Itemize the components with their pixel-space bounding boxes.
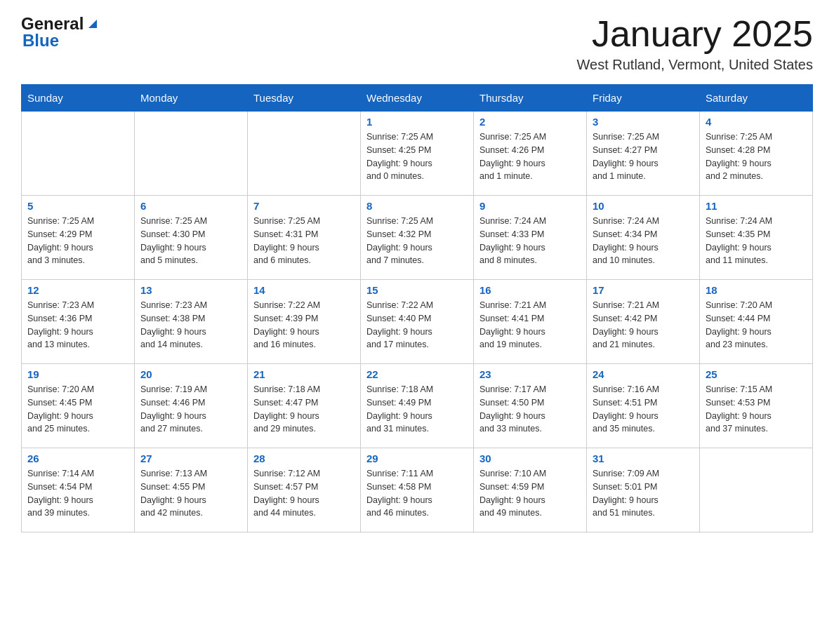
day-number: 3 — [593, 116, 694, 128]
calendar-cell-w4-d4: 22Sunrise: 7:18 AM Sunset: 4:49 PM Dayli… — [361, 364, 474, 448]
calendar-cell-w3-d6: 17Sunrise: 7:21 AM Sunset: 4:42 PM Dayli… — [587, 280, 700, 364]
logo: General Blue — [21, 14, 100, 51]
day-number: 28 — [253, 452, 355, 464]
calendar-cell-w5-d4: 29Sunrise: 7:11 AM Sunset: 4:58 PM Dayli… — [361, 448, 474, 532]
calendar-cell-w1-d1 — [22, 112, 135, 196]
calendar-cell-w2-d2: 6Sunrise: 7:25 AM Sunset: 4:30 PM Daylig… — [135, 196, 248, 280]
calendar-cell-w3-d4: 15Sunrise: 7:22 AM Sunset: 4:40 PM Dayli… — [361, 280, 474, 364]
day-info: Sunrise: 7:10 AM Sunset: 4:59 PM Dayligh… — [479, 467, 581, 520]
day-info: Sunrise: 7:25 AM Sunset: 4:26 PM Dayligh… — [479, 130, 581, 183]
day-number: 9 — [479, 200, 581, 212]
day-number: 21 — [253, 368, 355, 380]
calendar-cell-w5-d3: 28Sunrise: 7:12 AM Sunset: 4:57 PM Dayli… — [248, 448, 361, 532]
day-info: Sunrise: 7:21 AM Sunset: 4:42 PM Dayligh… — [593, 299, 694, 351]
day-info: Sunrise: 7:12 AM Sunset: 4:57 PM Dayligh… — [253, 467, 355, 520]
calendar-week-3: 12Sunrise: 7:23 AM Sunset: 4:36 PM Dayli… — [22, 280, 813, 364]
calendar-cell-w3-d5: 16Sunrise: 7:21 AM Sunset: 4:41 PM Dayli… — [474, 280, 587, 364]
day-info: Sunrise: 7:25 AM Sunset: 4:29 PM Dayligh… — [27, 215, 128, 267]
day-number: 13 — [140, 284, 241, 296]
calendar-subtitle: West Rutland, Vermont, United States — [577, 57, 813, 73]
day-number: 2 — [479, 116, 581, 128]
calendar-cell-w3-d3: 14Sunrise: 7:22 AM Sunset: 4:39 PM Dayli… — [248, 280, 361, 364]
day-number: 17 — [593, 284, 694, 296]
calendar-week-1: 1Sunrise: 7:25 AM Sunset: 4:25 PM Daylig… — [22, 112, 813, 196]
day-number: 30 — [479, 452, 581, 464]
day-number: 11 — [706, 200, 807, 212]
day-info: Sunrise: 7:22 AM Sunset: 4:39 PM Dayligh… — [253, 299, 355, 351]
day-number: 12 — [27, 284, 128, 296]
calendar-cell-w5-d1: 26Sunrise: 7:14 AM Sunset: 4:54 PM Dayli… — [22, 448, 135, 532]
day-info: Sunrise: 7:25 AM Sunset: 4:32 PM Dayligh… — [366, 215, 468, 267]
calendar-cell-w2-d7: 11Sunrise: 7:24 AM Sunset: 4:35 PM Dayli… — [700, 196, 813, 280]
day-number: 31 — [593, 452, 694, 464]
calendar-cell-w5-d5: 30Sunrise: 7:10 AM Sunset: 4:59 PM Dayli… — [474, 448, 587, 532]
calendar-cell-w1-d4: 1Sunrise: 7:25 AM Sunset: 4:25 PM Daylig… — [361, 112, 474, 196]
day-info: Sunrise: 7:25 AM Sunset: 4:27 PM Dayligh… — [593, 130, 694, 183]
calendar-cell-w4-d6: 24Sunrise: 7:16 AM Sunset: 4:51 PM Dayli… — [587, 364, 700, 448]
logo-triangle-icon — [85, 15, 100, 31]
day-number: 26 — [27, 452, 128, 464]
logo-blue-text: Blue — [22, 31, 100, 51]
title-area: January 2025 West Rutland, Vermont, Unit… — [577, 14, 813, 73]
day-info: Sunrise: 7:14 AM Sunset: 4:54 PM Dayligh… — [27, 467, 128, 520]
calendar-cell-w4-d5: 23Sunrise: 7:17 AM Sunset: 4:50 PM Dayli… — [474, 364, 587, 448]
day-info: Sunrise: 7:24 AM Sunset: 4:33 PM Dayligh… — [479, 215, 581, 267]
day-info: Sunrise: 7:24 AM Sunset: 4:34 PM Dayligh… — [593, 215, 694, 267]
day-number: 18 — [706, 284, 807, 296]
calendar-cell-w2-d3: 7Sunrise: 7:25 AM Sunset: 4:31 PM Daylig… — [248, 196, 361, 280]
calendar-cell-w2-d6: 10Sunrise: 7:24 AM Sunset: 4:34 PM Dayli… — [587, 196, 700, 280]
day-info: Sunrise: 7:11 AM Sunset: 4:58 PM Dayligh… — [366, 467, 468, 520]
day-info: Sunrise: 7:24 AM Sunset: 4:35 PM Dayligh… — [706, 215, 807, 267]
day-info: Sunrise: 7:16 AM Sunset: 4:51 PM Dayligh… — [593, 383, 694, 436]
day-info: Sunrise: 7:25 AM Sunset: 4:28 PM Dayligh… — [706, 130, 807, 183]
calendar-cell-w1-d7: 4Sunrise: 7:25 AM Sunset: 4:28 PM Daylig… — [700, 112, 813, 196]
day-number: 27 — [140, 452, 241, 464]
day-info: Sunrise: 7:25 AM Sunset: 4:25 PM Dayligh… — [366, 130, 468, 183]
day-info: Sunrise: 7:19 AM Sunset: 4:46 PM Dayligh… — [140, 383, 241, 436]
day-number: 20 — [140, 368, 241, 380]
calendar-cell-w4-d2: 20Sunrise: 7:19 AM Sunset: 4:46 PM Dayli… — [135, 364, 248, 448]
calendar-cell-w1-d5: 2Sunrise: 7:25 AM Sunset: 4:26 PM Daylig… — [474, 112, 587, 196]
calendar-week-4: 19Sunrise: 7:20 AM Sunset: 4:45 PM Dayli… — [22, 364, 813, 448]
calendar-cell-w3-d1: 12Sunrise: 7:23 AM Sunset: 4:36 PM Dayli… — [22, 280, 135, 364]
calendar-cell-w4-d1: 19Sunrise: 7:20 AM Sunset: 4:45 PM Dayli… — [22, 364, 135, 448]
day-number: 22 — [366, 368, 468, 380]
col-saturday: Saturday — [700, 85, 813, 112]
day-info: Sunrise: 7:21 AM Sunset: 4:41 PM Dayligh… — [479, 299, 581, 351]
col-wednesday: Wednesday — [361, 85, 474, 112]
day-number: 25 — [706, 368, 807, 380]
calendar-cell-w4-d3: 21Sunrise: 7:18 AM Sunset: 4:47 PM Dayli… — [248, 364, 361, 448]
day-info: Sunrise: 7:13 AM Sunset: 4:55 PM Dayligh… — [140, 467, 241, 520]
col-friday: Friday — [587, 85, 700, 112]
day-info: Sunrise: 7:25 AM Sunset: 4:30 PM Dayligh… — [140, 215, 241, 267]
day-number: 10 — [593, 200, 694, 212]
col-monday: Monday — [135, 85, 248, 112]
calendar-cell-w1-d6: 3Sunrise: 7:25 AM Sunset: 4:27 PM Daylig… — [587, 112, 700, 196]
day-number: 7 — [253, 200, 355, 212]
calendar-cell-w5-d7 — [700, 448, 813, 532]
day-info: Sunrise: 7:17 AM Sunset: 4:50 PM Dayligh… — [479, 383, 581, 436]
day-number: 6 — [140, 200, 241, 212]
col-thursday: Thursday — [474, 85, 587, 112]
calendar-cell-w3-d2: 13Sunrise: 7:23 AM Sunset: 4:38 PM Dayli… — [135, 280, 248, 364]
calendar-cell-w1-d3 — [248, 112, 361, 196]
day-info: Sunrise: 7:09 AM Sunset: 5:01 PM Dayligh… — [593, 467, 694, 520]
calendar-title: January 2025 — [577, 14, 813, 54]
calendar-cell-w1-d2 — [135, 112, 248, 196]
day-number: 4 — [706, 116, 807, 128]
col-tuesday: Tuesday — [248, 85, 361, 112]
calendar-header-row: Sunday Monday Tuesday Wednesday Thursday… — [22, 85, 813, 112]
day-info: Sunrise: 7:23 AM Sunset: 4:36 PM Dayligh… — [27, 299, 128, 351]
calendar-cell-w2-d1: 5Sunrise: 7:25 AM Sunset: 4:29 PM Daylig… — [22, 196, 135, 280]
day-number: 23 — [479, 368, 581, 380]
calendar-week-2: 5Sunrise: 7:25 AM Sunset: 4:29 PM Daylig… — [22, 196, 813, 280]
day-number: 8 — [366, 200, 468, 212]
calendar-cell-w5-d2: 27Sunrise: 7:13 AM Sunset: 4:55 PM Dayli… — [135, 448, 248, 532]
day-number: 14 — [253, 284, 355, 296]
calendar-cell-w5-d6: 31Sunrise: 7:09 AM Sunset: 5:01 PM Dayli… — [587, 448, 700, 532]
day-number: 5 — [27, 200, 128, 212]
day-number: 1 — [366, 116, 468, 128]
calendar-cell-w2-d4: 8Sunrise: 7:25 AM Sunset: 4:32 PM Daylig… — [361, 196, 474, 280]
calendar-cell-w2-d5: 9Sunrise: 7:24 AM Sunset: 4:33 PM Daylig… — [474, 196, 587, 280]
calendar-cell-w4-d7: 25Sunrise: 7:15 AM Sunset: 4:53 PM Dayli… — [700, 364, 813, 448]
